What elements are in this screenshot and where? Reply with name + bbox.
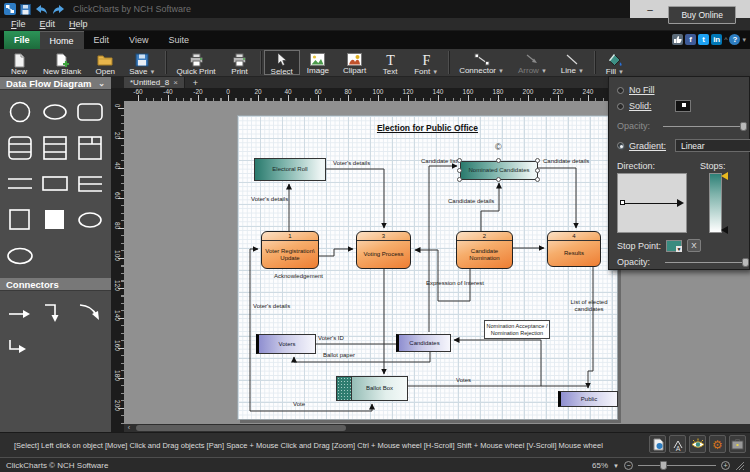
chevron-down-icon[interactable]: ▼ bbox=[149, 69, 155, 75]
document-tab-close-icon[interactable]: × bbox=[173, 78, 178, 87]
solid-fill-label[interactable]: Solid: bbox=[629, 101, 652, 111]
flow-label[interactable]: Candidate list bbox=[421, 158, 457, 165]
menu-edit[interactable]: Edit bbox=[34, 19, 62, 29]
node-voters[interactable]: Voters bbox=[256, 334, 316, 354]
resize-grip[interactable] bbox=[735, 461, 744, 470]
flow-label[interactable]: Candidate details bbox=[543, 158, 589, 165]
selection-handle[interactable] bbox=[457, 177, 462, 182]
gradient-stop-marker-end[interactable] bbox=[721, 226, 728, 234]
diagram-page[interactable]: Election for Public Office Electoral Rol… bbox=[237, 115, 618, 420]
zoom-in-button[interactable]: + bbox=[721, 461, 730, 470]
gradient-direction-box[interactable] bbox=[617, 173, 687, 233]
connector-style-icon[interactable]: A bbox=[669, 435, 686, 453]
zoom-out-button[interactable]: − bbox=[624, 461, 633, 470]
connector-arrow-curve[interactable] bbox=[72, 295, 107, 331]
suite-case-icon[interactable] bbox=[729, 435, 746, 453]
shape-ellipse[interactable] bbox=[37, 94, 72, 130]
undo-icon[interactable] bbox=[35, 4, 48, 15]
facebook-icon[interactable]: f bbox=[685, 34, 696, 45]
new-document-tab-button[interactable]: + bbox=[185, 77, 206, 88]
zoom-level-dropdown-icon[interactable]: ▼ bbox=[613, 463, 619, 469]
font-button[interactable]: FFont▼ bbox=[407, 50, 445, 75]
selection-handle[interactable] bbox=[535, 158, 540, 163]
selection-handle[interactable] bbox=[457, 158, 462, 163]
new-button[interactable]: New bbox=[2, 50, 36, 75]
node-candidates[interactable]: Candidates bbox=[396, 334, 451, 352]
chevron-down-icon[interactable]: ⌄ bbox=[98, 79, 105, 88]
horizontal-scrollbar[interactable]: ‹ bbox=[124, 424, 750, 432]
quick-print-button[interactable]: Quick Print bbox=[169, 50, 222, 75]
selection-handle[interactable] bbox=[535, 168, 540, 173]
shape-rect-bands[interactable] bbox=[37, 130, 72, 166]
flow-connector[interactable] bbox=[326, 169, 384, 228]
flow-label[interactable]: Voter's ID bbox=[318, 335, 344, 342]
shape-rect-corner[interactable] bbox=[72, 130, 107, 166]
save-button[interactable]: Save▼ bbox=[122, 50, 162, 75]
node-candidate-nomination[interactable]: 2Candidate Nomination bbox=[456, 231, 513, 269]
flow-label[interactable]: Voter's details bbox=[253, 303, 290, 310]
zoom-slider[interactable] bbox=[638, 461, 716, 470]
clipart-button[interactable]: Clipart bbox=[336, 50, 373, 75]
flow-label[interactable]: Acknowledgement bbox=[274, 273, 323, 280]
stop-opacity-slider[interactable] bbox=[665, 258, 749, 267]
linkedin-icon[interactable]: in bbox=[711, 34, 722, 45]
twitter-icon[interactable]: t bbox=[698, 34, 709, 45]
remove-stop-button[interactable]: X bbox=[687, 239, 701, 252]
like-icon[interactable] bbox=[672, 34, 683, 45]
flow-label[interactable]: Voter's details bbox=[333, 160, 370, 167]
gradient-type-select[interactable]: Linear ▼ bbox=[675, 139, 750, 152]
select-button[interactable]: Select bbox=[264, 50, 300, 75]
chevron-down-icon[interactable]: ▼ bbox=[498, 68, 504, 74]
tab-home[interactable]: Home bbox=[40, 31, 84, 49]
connector-arrow-straight[interactable] bbox=[2, 295, 37, 331]
flow-label[interactable]: List of elected candidates bbox=[566, 299, 612, 313]
solid-fill-radio[interactable] bbox=[617, 103, 624, 110]
tab-view[interactable]: View bbox=[119, 31, 158, 49]
line-button[interactable]: Line▼ bbox=[554, 50, 591, 75]
zoom-level[interactable]: 65% bbox=[592, 461, 608, 470]
options-gear-icon[interactable]: ⚙ bbox=[709, 435, 726, 453]
connector-button[interactable]: Connector▼ bbox=[452, 50, 511, 75]
zoom-slider-thumb[interactable] bbox=[660, 461, 667, 470]
shape-hlines[interactable] bbox=[2, 166, 37, 202]
tab-file[interactable]: File bbox=[4, 31, 40, 49]
help-dropdown-icon[interactable]: ▾ bbox=[742, 36, 746, 44]
flow-label[interactable]: Ballot paper bbox=[323, 352, 355, 359]
node-voter-registration[interactable]: 1Voter Registration\ Update bbox=[261, 231, 319, 269]
gradient-fill-label[interactable]: Gradient: bbox=[629, 141, 666, 151]
gradient-stop-marker-selected[interactable] bbox=[721, 172, 728, 180]
shape-circle[interactable] bbox=[2, 94, 37, 130]
text-button[interactable]: TText bbox=[373, 50, 407, 75]
shape-square-filled[interactable] bbox=[37, 202, 72, 238]
solid-color-swatch[interactable] bbox=[675, 100, 691, 112]
direction-arrow-icon[interactable] bbox=[677, 199, 684, 207]
flow-connector[interactable] bbox=[538, 168, 576, 228]
image-button[interactable]: Image bbox=[300, 50, 336, 75]
connector-arrow-elbow[interactable] bbox=[37, 295, 72, 331]
connector-arrow-elbow2[interactable] bbox=[2, 331, 37, 367]
chevron-down-icon[interactable]: ▼ bbox=[578, 68, 584, 74]
direction-start-handle[interactable] bbox=[620, 200, 625, 205]
note-box-nomination[interactable]: Nomination Acceptance / Nomination Rejec… bbox=[484, 320, 550, 339]
stop-point-color-swatch[interactable]: ▼ bbox=[666, 240, 682, 252]
shape-open-rect[interactable] bbox=[72, 166, 107, 202]
selection-handle[interactable] bbox=[457, 168, 462, 173]
flow-connector[interactable] bbox=[481, 183, 499, 231]
new-blank-button[interactable]: New Blank bbox=[36, 50, 88, 75]
shape-rect[interactable] bbox=[37, 166, 72, 202]
quick-save-icon[interactable] bbox=[20, 4, 31, 15]
sidebar-header-connectors[interactable]: Connectors bbox=[0, 278, 111, 291]
document-options-icon[interactable] bbox=[649, 435, 666, 453]
menu-file[interactable]: File bbox=[5, 19, 32, 29]
flow-label[interactable]: Votes bbox=[456, 377, 471, 384]
chevron-down-icon[interactable]: ▼ bbox=[618, 69, 624, 75]
buy-online-button[interactable]: Buy Online bbox=[668, 6, 736, 24]
no-fill-radio[interactable] bbox=[617, 87, 624, 94]
flow-connector[interactable] bbox=[250, 249, 258, 411]
flow-label[interactable]: Expression of Interest bbox=[426, 280, 484, 287]
selection-handle[interactable] bbox=[496, 177, 501, 182]
sidebar-header-data-flow-diagram[interactable]: Data Flow Diagram⌄ bbox=[0, 77, 111, 90]
menu-help[interactable]: Help bbox=[63, 19, 94, 29]
node-electoral-roll[interactable]: Electoral Roll bbox=[254, 158, 326, 181]
flow-label[interactable]: Voter's details bbox=[251, 196, 288, 203]
